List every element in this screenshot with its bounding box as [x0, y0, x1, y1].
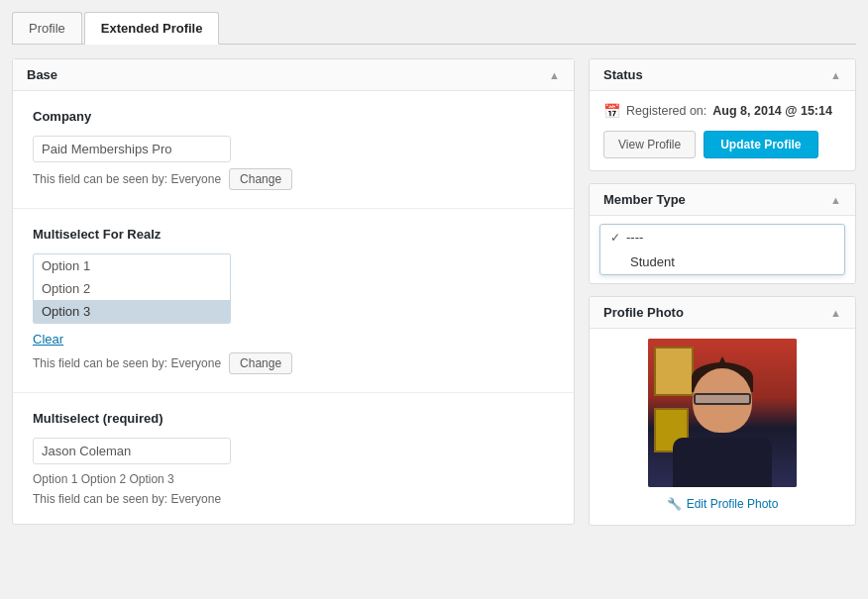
status-collapse-arrow[interactable]: ▲: [830, 69, 841, 81]
multiselect-realz-option-1[interactable]: Option 1: [34, 254, 230, 277]
profile-photo-container: 🔧 Edit Profile Photo: [590, 329, 855, 525]
base-section-title: Base: [27, 67, 57, 82]
member-type-section-header: Member Type ▲: [590, 184, 855, 216]
multiselect-realz-row: Multiselect For Realz Option 1 Option 2 …: [13, 209, 574, 393]
multiselect-realz-change-button[interactable]: Change: [229, 352, 292, 374]
status-section-header: Status ▲: [590, 59, 855, 91]
action-buttons: View Profile Update Profile: [603, 131, 841, 158]
profile-photo-box: Profile Photo ▲: [589, 296, 856, 526]
multiselect-required-visibility-text: This field can be seen by: Everyone: [33, 492, 221, 506]
option-tags: Option 1 Option 2 Option 3: [33, 472, 554, 486]
member-type-title: Member Type: [603, 192, 686, 207]
profile-photo-collapse-arrow[interactable]: ▲: [830, 307, 841, 319]
multiselect-realz-visibility-text: This field can be seen by: Everyone: [33, 356, 221, 370]
multiselect-required-input[interactable]: [33, 438, 231, 464]
right-panel: Status ▲ 📅 Registered on: Aug 8, 2014 @ …: [589, 58, 856, 526]
page-wrapper: Profile Extended Profile Base ▲ Company …: [0, 0, 868, 599]
multiselect-required-visibility-row: This field can be seen by: Everyone: [33, 492, 554, 506]
multiselect-required-row: Multiselect (required) Option 1 Option 2…: [13, 393, 574, 524]
registered-label: Registered on:: [626, 104, 706, 118]
update-profile-button[interactable]: Update Profile: [704, 131, 817, 158]
profile-photo-image: [648, 339, 797, 487]
wrench-icon: 🔧: [667, 497, 682, 511]
registered-date: Aug 8, 2014 @ 15:14: [712, 104, 832, 118]
status-box: Status ▲ 📅 Registered on: Aug 8, 2014 @ …: [589, 58, 856, 171]
member-type-content: ✓ ---- Student: [590, 216, 855, 283]
base-section-header: Base ▲: [13, 59, 574, 91]
base-collapse-arrow[interactable]: ▲: [549, 69, 560, 81]
company-field-row: Company This field can be seen by: Every…: [13, 91, 574, 209]
edit-photo-label: Edit Profile Photo: [687, 497, 779, 511]
company-label: Company: [33, 109, 554, 124]
clear-link[interactable]: Clear: [33, 332, 554, 347]
multiselect-realz-label: Multiselect For Realz: [33, 227, 554, 242]
check-icon: ✓: [610, 231, 620, 245]
main-layout: Base ▲ Company This field can be seen by…: [12, 58, 856, 526]
view-profile-button[interactable]: View Profile: [603, 131, 696, 158]
company-visibility-row: This field can be seen by: Everyone Chan…: [33, 168, 554, 190]
multiselect-realz-box[interactable]: Option 1 Option 2 Option 3: [33, 253, 231, 324]
company-visibility-text: This field can be seen by: Everyone: [33, 172, 221, 186]
company-input[interactable]: [33, 136, 231, 162]
registered-line: 📅 Registered on: Aug 8, 2014 @ 15:14: [603, 103, 841, 119]
left-panel: Base ▲ Company This field can be seen by…: [12, 58, 575, 525]
edit-profile-photo-link[interactable]: 🔧 Edit Profile Photo: [667, 497, 779, 511]
multiselect-realz-option-2[interactable]: Option 2: [34, 277, 230, 300]
multiselect-required-label: Multiselect (required): [33, 411, 554, 426]
member-type-box: Member Type ▲ ✓ ---- Student: [589, 183, 856, 284]
member-type-option-none[interactable]: ✓ ----: [600, 225, 844, 250]
status-title: Status: [603, 67, 643, 82]
tab-profile[interactable]: Profile: [12, 12, 82, 44]
profile-photo-section-header: Profile Photo ▲: [590, 297, 855, 329]
status-content: 📅 Registered on: Aug 8, 2014 @ 15:14 Vie…: [590, 91, 855, 170]
member-type-collapse-arrow[interactable]: ▲: [830, 194, 841, 206]
member-type-option-student[interactable]: Student: [600, 250, 844, 274]
member-type-dropdown[interactable]: ✓ ---- Student: [599, 224, 845, 275]
tabs: Profile Extended Profile: [12, 12, 856, 45]
multiselect-realz-option-3[interactable]: Option 3: [34, 300, 230, 323]
calendar-icon: 📅: [603, 103, 620, 119]
tab-extended-profile[interactable]: Extended Profile: [84, 12, 220, 45]
profile-photo-title: Profile Photo: [603, 305, 684, 320]
company-change-button[interactable]: Change: [229, 168, 292, 190]
multiselect-realz-visibility-row: This field can be seen by: Everyone Chan…: [33, 352, 554, 374]
